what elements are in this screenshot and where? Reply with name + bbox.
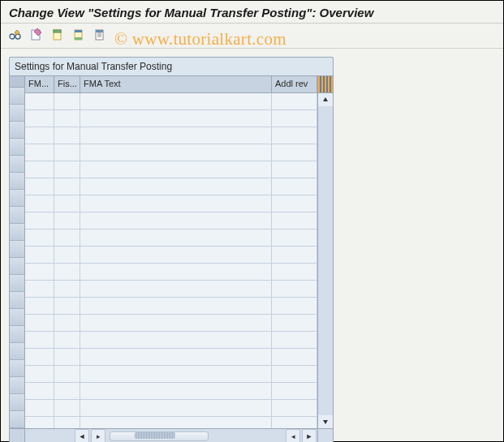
- cell-fis[interactable]: [54, 93, 80, 109]
- cell-fma-text[interactable]: [80, 230, 272, 246]
- cell-addl-rev[interactable]: [272, 178, 317, 195]
- row-selector[interactable]: [10, 241, 24, 258]
- col-header-fma-text[interactable]: FMA Text: [80, 76, 272, 92]
- row-selector[interactable]: [10, 394, 24, 411]
- cell-fis[interactable]: [54, 230, 80, 246]
- cell-fis[interactable]: [54, 400, 80, 416]
- cell-fma-text[interactable]: [80, 212, 272, 229]
- cell-addl-rev[interactable]: [272, 417, 317, 428]
- row-selector[interactable]: [10, 292, 24, 309]
- cell-addl-rev[interactable]: [272, 144, 317, 161]
- table-row[interactable]: [25, 298, 317, 315]
- cell-fm[interactable]: [25, 161, 54, 178]
- cell-fma-text[interactable]: [80, 400, 272, 416]
- cell-addl-rev[interactable]: [272, 366, 317, 382]
- cell-fis[interactable]: [54, 264, 80, 280]
- col-header-fis[interactable]: Fis...: [54, 76, 80, 92]
- cell-fis[interactable]: [54, 144, 80, 161]
- cell-fm[interactable]: [25, 417, 54, 428]
- cell-fm[interactable]: [25, 400, 54, 416]
- cell-addl-rev[interactable]: [272, 161, 317, 178]
- cell-fma-text[interactable]: [80, 178, 272, 195]
- row-selector[interactable]: [10, 207, 24, 224]
- row-selector[interactable]: [10, 275, 24, 292]
- cell-fis[interactable]: [54, 161, 80, 178]
- cell-fma-text[interactable]: [80, 332, 272, 348]
- hscroll-track[interactable]: [110, 431, 209, 441]
- cell-fm[interactable]: [25, 247, 54, 263]
- hscroll-thumb[interactable]: [135, 432, 175, 439]
- row-selector[interactable]: [10, 309, 24, 326]
- cell-addl-rev[interactable]: [272, 281, 317, 297]
- cell-fis[interactable]: [54, 417, 80, 428]
- row-selector[interactable]: [10, 326, 24, 343]
- table-row[interactable]: [25, 195, 317, 212]
- table-row[interactable]: [25, 144, 317, 161]
- cell-addl-rev[interactable]: [272, 127, 317, 144]
- cell-fm[interactable]: [25, 230, 54, 246]
- cell-fis[interactable]: [54, 281, 80, 297]
- delete-button[interactable]: [71, 27, 87, 43]
- scroll-first-button[interactable]: ◄: [75, 429, 89, 442]
- cell-fm[interactable]: [25, 212, 54, 229]
- table-row[interactable]: [25, 366, 317, 383]
- scroll-right-button[interactable]: ◂: [286, 429, 300, 442]
- table-row[interactable]: [25, 230, 317, 247]
- cell-fis[interactable]: [54, 366, 80, 382]
- cell-fma-text[interactable]: [80, 195, 272, 212]
- cell-fis[interactable]: [54, 332, 80, 348]
- row-selector[interactable]: [10, 122, 24, 139]
- table-row[interactable]: [25, 110, 317, 127]
- copy-button[interactable]: [50, 27, 66, 43]
- table-row[interactable]: [25, 93, 317, 110]
- cell-fm[interactable]: [25, 383, 54, 399]
- cell-fis[interactable]: [54, 110, 80, 127]
- row-selector[interactable]: [10, 258, 24, 275]
- cell-addl-rev[interactable]: [272, 349, 317, 365]
- cell-fis[interactable]: [54, 298, 80, 314]
- table-row[interactable]: [25, 281, 317, 298]
- select-all-button[interactable]: [92, 27, 108, 43]
- table-row[interactable]: [25, 400, 317, 417]
- cell-fma-text[interactable]: [80, 127, 272, 144]
- cell-fma-text[interactable]: [80, 366, 272, 382]
- row-selector[interactable]: [10, 224, 24, 241]
- cell-fma-text[interactable]: [80, 315, 272, 331]
- cell-addl-rev[interactable]: [272, 264, 317, 280]
- cell-fm[interactable]: [25, 366, 54, 382]
- cell-fma-text[interactable]: [80, 281, 272, 297]
- cell-fis[interactable]: [54, 212, 80, 229]
- cell-fis[interactable]: [54, 127, 80, 144]
- cell-addl-rev[interactable]: [272, 212, 317, 229]
- cell-fm[interactable]: [25, 195, 54, 212]
- cell-fm[interactable]: [25, 178, 54, 195]
- cell-fm[interactable]: [25, 281, 54, 297]
- col-header-addl-rev[interactable]: Addl rev: [272, 76, 317, 92]
- row-selector[interactable]: [10, 105, 24, 122]
- cell-addl-rev[interactable]: [272, 383, 317, 399]
- row-selector[interactable]: [10, 173, 24, 190]
- cell-addl-rev[interactable]: [272, 230, 317, 246]
- cell-fm[interactable]: [25, 298, 54, 314]
- cell-fis[interactable]: [54, 349, 80, 365]
- cell-fma-text[interactable]: [80, 161, 272, 178]
- cell-fma-text[interactable]: [80, 93, 272, 109]
- cell-fm[interactable]: [25, 332, 54, 348]
- row-selector[interactable]: [10, 88, 24, 105]
- row-selector[interactable]: [10, 343, 24, 360]
- cell-fma-text[interactable]: [80, 349, 272, 365]
- cell-fis[interactable]: [54, 195, 80, 212]
- cell-fm[interactable]: [25, 127, 54, 144]
- table-row[interactable]: [25, 383, 317, 400]
- cell-fis[interactable]: [54, 178, 80, 195]
- cell-fm[interactable]: [25, 93, 54, 109]
- cell-fis[interactable]: [54, 247, 80, 263]
- cell-fma-text[interactable]: [80, 383, 272, 399]
- cell-fm[interactable]: [25, 144, 54, 161]
- cell-fm[interactable]: [25, 264, 54, 280]
- cell-addl-rev[interactable]: [272, 315, 317, 331]
- row-selector[interactable]: [10, 156, 24, 173]
- cell-fma-text[interactable]: [80, 417, 272, 428]
- cell-fma-text[interactable]: [80, 110, 272, 127]
- table-row[interactable]: [25, 349, 317, 366]
